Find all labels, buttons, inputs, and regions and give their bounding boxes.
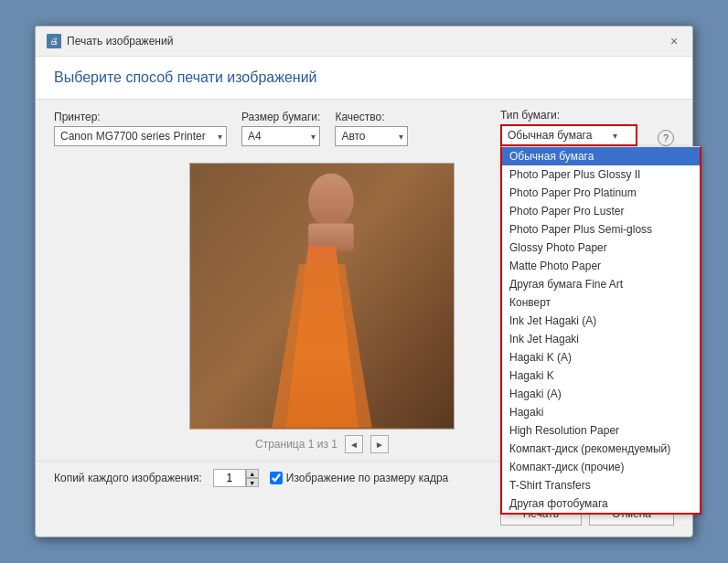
quality-select-wrapper[interactable]: Авто [335,126,408,146]
spinner-up[interactable]: ▲ [246,469,259,478]
paper-type-group: Тип бумаги: Обычная бумага Обычная бумаг… [500,109,637,146]
photo-preview [189,163,455,430]
paper-size-label: Размер бумаги: [241,111,320,123]
paper-type-dropdown: Обычная бумага Photo Paper Plus Glossy I… [500,146,701,515]
fit-image-label: Изображение по размеру кадра [286,472,448,484]
dropdown-item-14[interactable]: Hagaki [502,403,700,421]
dropdown-item-5[interactable]: Glossy Photo Paper [502,239,700,257]
header-section: Выберите способ печати изображений [36,57,692,100]
printer-label: Принтер: [54,111,227,123]
dropdown-item-4[interactable]: Photo Paper Plus Semi-gloss [502,220,700,239]
next-page-button[interactable]: ► [370,435,389,453]
fit-image-group: Изображение по размеру кадра [270,472,448,484]
dropdown-item-8[interactable]: Конверт [502,293,700,312]
printer-group: Принтер: Canon MG7700 series Printer [54,111,227,146]
photo-content [190,164,454,429]
spinner-buttons: ▲ ▼ [246,469,259,487]
dropdown-item-7[interactable]: Другая бумага Fine Art [502,275,700,293]
dropdown-item-19[interactable]: Другая фотобумага [502,494,700,513]
fit-image-checkbox[interactable] [270,472,283,484]
page-title: Выберите способ печати изображений [54,69,317,85]
printer-select[interactable]: Canon MG7700 series Printer [54,126,227,146]
paper-size-group: Размер бумаги: A4 [241,111,320,146]
dropdown-item-16[interactable]: Компакт-диск (рекомендуемый) [502,440,700,458]
pagination-row: Страница 1 из 1 ◄ ► [255,435,389,453]
dropdown-item-17[interactable]: Компакт-диск (прочие) [502,458,700,476]
dropdown-item-18[interactable]: T-Shirt Transfers [502,476,700,494]
copies-input[interactable] [213,469,246,487]
paper-type-dropdown-container: Обычная бумага Обычная бумага Photo Pape… [500,124,637,146]
dropdown-item-10[interactable]: Ink Jet Hagaki [502,330,700,348]
dropdown-item-2[interactable]: Photo Paper Pro Platinum [502,184,700,202]
paper-type-label: Тип бумаги: [500,109,637,122]
paper-size-select[interactable]: A4 [241,126,320,146]
main-window: 🖨 Печать изображений × Выберите способ п… [35,26,693,537]
title-bar: 🖨 Печать изображений × [36,27,692,57]
dropdown-item-6[interactable]: Matte Photo Paper [502,257,700,275]
pagination-text: Страница 1 из 1 [255,438,337,451]
dropdown-item-13[interactable]: Hagaki (A) [502,385,700,403]
dropdown-item-12[interactable]: Hagaki K [502,366,700,385]
printer-select-wrapper[interactable]: Canon MG7700 series Printer [54,126,227,146]
window-icon: 🖨 [47,34,61,48]
quality-label: Качество: [335,111,408,123]
help-button[interactable]: ? [658,130,674,146]
close-button[interactable]: × [667,34,681,48]
dropdown-item-0[interactable]: Обычная бумага [502,147,700,165]
quality-select[interactable]: Авто [335,126,408,146]
spinner-down[interactable]: ▼ [246,478,259,487]
svg-point-2 [308,174,354,228]
controls-row: Принтер: Canon MG7700 series Printer Раз… [36,100,692,155]
window-title: Печать изображений [67,35,173,48]
photo-svg [190,163,454,429]
dropdown-item-3[interactable]: Photo Paper Pro Luster [502,202,700,220]
paper-size-select-wrapper[interactable]: A4 [241,126,320,146]
dropdown-item-1[interactable]: Photo Paper Plus Glossy II [502,165,700,184]
title-bar-left: 🖨 Печать изображений [47,34,173,48]
dropdown-item-9[interactable]: Ink Jet Hagaki (A) [502,312,700,330]
dropdown-item-15[interactable]: High Resolution Paper [502,421,700,440]
prev-page-button[interactable]: ◄ [345,435,363,453]
dropdown-item-11[interactable]: Hagaki K (A) [502,348,700,366]
paper-type-value: Обычная бумага [508,129,592,142]
paper-type-button[interactable]: Обычная бумага [500,124,637,146]
quality-group: Качество: Авто [335,111,408,146]
copies-label: Копий каждого изображения: [54,472,202,484]
copies-spinner: ▲ ▼ [213,469,259,487]
